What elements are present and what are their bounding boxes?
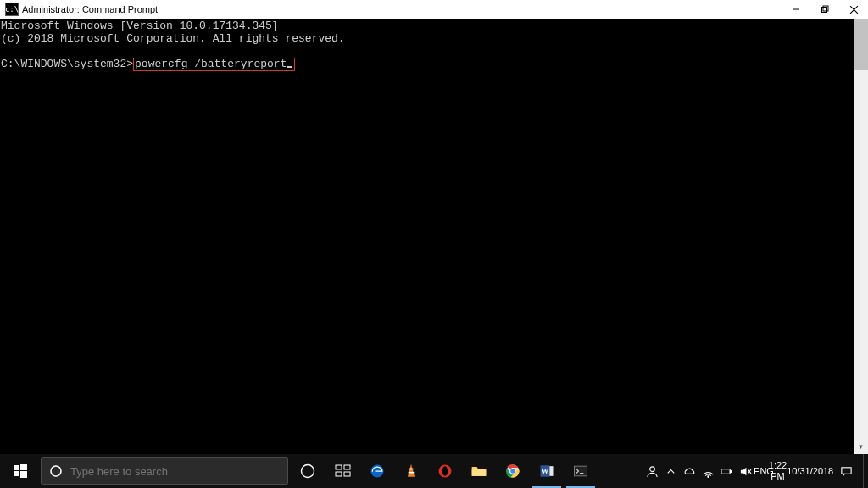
edge-icon	[369, 463, 386, 480]
taskbar: W ENG 1:22 PM	[0, 454, 868, 488]
show-desktop-button[interactable]	[863, 454, 868, 488]
taskbar-app-opera[interactable]	[428, 454, 462, 488]
svg-rect-21	[472, 469, 487, 476]
opera-icon	[437, 463, 453, 480]
tray-battery-icon[interactable]	[717, 454, 736, 488]
svg-point-29	[649, 466, 654, 471]
svg-point-10	[302, 465, 314, 478]
console-area[interactable]: Microsoft Windows [Version 10.0.17134.34…	[0, 19, 868, 454]
folder-icon	[470, 463, 487, 480]
tray-clock[interactable]: 1:22 PM 10/31/2018	[773, 454, 829, 488]
cortana-button[interactable]	[289, 454, 326, 488]
task-view-icon	[335, 463, 352, 480]
console-line-copyright: (c) 2018 Microsoft Corporation. All righ…	[1, 32, 345, 45]
scrollbar-thumb[interactable]	[854, 19, 868, 70]
typed-command: powercfg /batteryreport	[135, 58, 287, 70]
taskbar-app-chrome[interactable]	[496, 454, 530, 488]
cmd-app-icon: c:\	[5, 3, 19, 16]
vlc-icon	[403, 463, 420, 480]
prompt-path: C:\WINDOWS\system32>	[1, 58, 133, 70]
svg-rect-35	[841, 467, 850, 474]
vertical-scrollbar[interactable]: ▲ ▼	[854, 19, 868, 454]
svg-point-9	[51, 466, 61, 476]
windows-logo-icon	[14, 464, 27, 478]
task-view-button[interactable]	[326, 454, 360, 488]
svg-rect-5	[14, 465, 19, 470]
svg-rect-8	[20, 471, 27, 478]
svg-rect-1	[822, 8, 827, 13]
start-button[interactable]	[0, 454, 41, 488]
tray-action-center[interactable]	[829, 454, 863, 488]
svg-rect-17	[409, 469, 414, 470]
svg-rect-27	[549, 466, 553, 476]
system-tray: ENG 1:22 PM 10/31/2018	[643, 454, 868, 488]
taskbar-app-cmd[interactable]	[564, 454, 598, 488]
svg-rect-32	[730, 470, 732, 472]
svg-rect-12	[344, 465, 350, 469]
cortana-circle-icon	[42, 464, 70, 478]
close-button[interactable]	[839, 0, 868, 19]
window-title: Administrator: Command Prompt	[22, 4, 158, 14]
svg-text:W: W	[542, 468, 549, 475]
svg-rect-6	[20, 464, 27, 470]
window-titlebar: c:\ Administrator: Command Prompt	[0, 0, 868, 19]
search-input[interactable]	[70, 465, 287, 478]
svg-rect-31	[721, 469, 729, 474]
svg-rect-28	[575, 466, 587, 476]
svg-marker-16	[408, 464, 415, 477]
microphone-icon	[300, 463, 315, 479]
svg-rect-2	[823, 6, 828, 11]
text-cursor	[287, 66, 292, 68]
tray-onedrive-icon[interactable]	[680, 454, 698, 488]
svg-point-20	[442, 466, 448, 476]
terminal-icon	[572, 463, 589, 480]
svg-rect-14	[344, 472, 350, 476]
svg-rect-11	[336, 465, 342, 469]
svg-rect-7	[14, 471, 19, 476]
tray-people-icon[interactable]	[643, 454, 661, 488]
clock-date: 10/31/2018	[787, 466, 833, 477]
svg-rect-13	[336, 472, 342, 476]
minimize-button[interactable]	[782, 0, 810, 19]
maximize-button[interactable]	[810, 0, 839, 19]
console-line-version: Microsoft Windows [Version 10.0.17134.34…	[1, 19, 279, 32]
taskbar-search[interactable]	[41, 458, 288, 485]
scroll-down-arrow[interactable]: ▼	[854, 440, 868, 454]
word-icon: W	[538, 463, 555, 480]
taskbar-app-edge[interactable]	[360, 454, 394, 488]
taskbar-app-file-explorer[interactable]	[462, 454, 496, 488]
console-output: Microsoft Windows [Version 10.0.17134.34…	[0, 19, 868, 454]
chrome-icon	[504, 463, 521, 480]
clock-time: 1:22 PM	[769, 460, 787, 482]
svg-rect-18	[409, 472, 415, 474]
svg-point-30	[707, 475, 709, 477]
tray-volume-icon[interactable]	[736, 454, 754, 488]
taskbar-app-vlc[interactable]	[394, 454, 428, 488]
tray-network-icon[interactable]	[698, 454, 717, 488]
taskbar-app-word[interactable]: W	[530, 454, 564, 488]
command-highlight: powercfg /batteryreport	[133, 58, 295, 71]
tray-overflow-chevron[interactable]	[661, 454, 680, 488]
